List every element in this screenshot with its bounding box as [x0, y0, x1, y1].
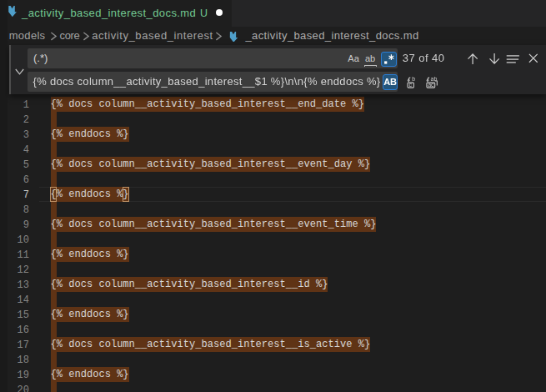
svg-text:c: c [408, 82, 412, 88]
svg-text:ac: ac [428, 82, 434, 88]
svg-text:ab: ab [431, 77, 438, 82]
svg-text:b: b [412, 77, 415, 82]
